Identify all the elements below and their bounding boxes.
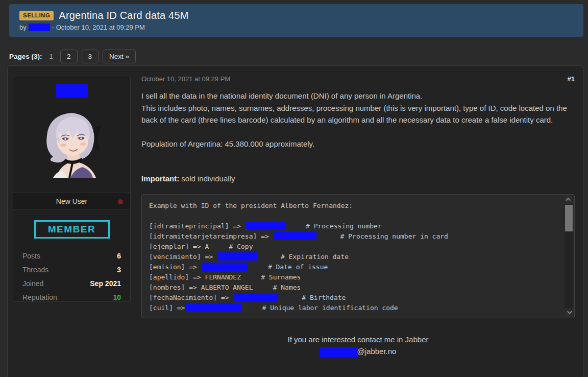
- redaction-box: [217, 252, 257, 261]
- important-text: sold individually: [179, 174, 235, 183]
- user-lower: MEMBER Posts6Threads3JoinedSep 2021Reput…: [13, 210, 130, 302]
- code-line: [idtramiteprincipal] => # Processing num…: [149, 221, 557, 231]
- population-line: Population of Argentina: 45.380.000 appr…: [141, 138, 575, 150]
- thread-header: SELLING Argentina ID Card data 45M by - …: [9, 4, 583, 37]
- post-container: New User MEMBER Posts6Threads3JoinedSep …: [7, 65, 583, 377]
- stat-row-posts: Posts6: [22, 252, 121, 260]
- byline-by-label: by: [19, 23, 27, 31]
- post-body: I sell all the data in the national iden…: [141, 90, 575, 185]
- code-block: Example with ID of the president Alberto…: [141, 194, 575, 318]
- code-line: [emision] => # Date of issue: [149, 262, 557, 272]
- post-line-2: This includes photo, names, surnames, ad…: [141, 104, 567, 125]
- redacted-username-box: [29, 23, 50, 31]
- redaction-box: [233, 293, 278, 301]
- contact-section: If you are interested contact me in Jabb…: [141, 334, 575, 357]
- code-line: [vencimiento] => # Expiration date: [149, 252, 557, 262]
- user-title-row: New User: [13, 193, 130, 209]
- current-page-indicator: 1: [50, 53, 54, 60]
- important-line: Important: sold individually: [141, 173, 575, 185]
- code-lines: Example with ID of the president Alberto…: [149, 201, 557, 313]
- redaction-box: [201, 263, 248, 271]
- contact-line-2: @jabber.no: [141, 345, 575, 357]
- stat-label: Posts: [22, 252, 40, 260]
- next-page-button[interactable]: Next »: [103, 50, 136, 63]
- user-stats: Posts6Threads3JoinedSep 2021Reputation10: [22, 252, 121, 301]
- code-line: [149, 211, 557, 221]
- stat-value: 3: [117, 266, 121, 274]
- scroll-up-button[interactable]: [565, 196, 573, 204]
- redaction-box: [273, 232, 316, 240]
- code-line: [ejemplar] => A # Copy: [149, 242, 557, 252]
- anime-avatar-image: [39, 110, 105, 178]
- post-line-1: I sell all the data in the national iden…: [141, 91, 422, 100]
- post-paragraph-1: I sell all the data in the national iden…: [141, 90, 575, 126]
- redaction-box: [245, 222, 286, 230]
- offline-status-dot: [118, 199, 123, 204]
- code-line: [apellido] => FERNANDEZ # Surnames: [149, 272, 557, 282]
- contact-line-1: If you are interested contact me in Jabb…: [141, 334, 575, 345]
- page-button-2[interactable]: 2: [60, 50, 78, 63]
- thread-byline: by - October 10, 2021 at 09:29 PM: [19, 23, 573, 31]
- post-main: October 10, 2021 at 09:29 PM #1 I sell a…: [141, 66, 582, 357]
- pagination: Pages (3): 1 23 Next »: [9, 49, 140, 63]
- stat-row-reputation: Reputation10: [22, 293, 121, 301]
- byline-date: - October 10, 2021 at 09:29 PM: [52, 23, 145, 31]
- stat-label: Joined: [22, 279, 43, 288]
- user-title: New User: [56, 197, 87, 205]
- code-line: Example with ID of the president Alberto…: [149, 201, 557, 211]
- stat-label: Threads: [22, 266, 48, 274]
- redaction-box: [185, 303, 242, 312]
- selling-badge: SELLING: [19, 11, 54, 21]
- page-buttons: 23: [60, 50, 103, 63]
- chevron-up-icon: [566, 198, 571, 203]
- redacted-jabber-handle-box: [320, 347, 357, 357]
- important-label: Important:: [141, 174, 179, 183]
- jabber-domain: @jabber.no: [357, 347, 397, 356]
- user-panel: New User MEMBER Posts6Threads3JoinedSep …: [13, 76, 131, 302]
- code-scrollbar[interactable]: [565, 196, 573, 317]
- stat-row-joined: JoinedSep 2021: [22, 279, 121, 288]
- code-line: [fechaNacimiento] => # Birthdate: [149, 293, 557, 303]
- stat-value: Sep 2021: [90, 279, 121, 288]
- code-line: [idtramitetarjetareimpresa] => # Process…: [149, 231, 557, 242]
- page-button-3[interactable]: 3: [82, 50, 99, 63]
- redacted-username-box: [56, 84, 88, 98]
- scroll-down-button[interactable]: [565, 309, 573, 317]
- stat-label: Reputation: [22, 293, 57, 301]
- pages-label: Pages (3):: [9, 53, 42, 60]
- stat-value: 6: [117, 252, 121, 260]
- code-line: [cuil] => # Unique labor identification …: [149, 303, 557, 313]
- chevron-down-icon: [567, 309, 572, 314]
- thread-title: Argentina ID Card data 45M: [59, 10, 188, 21]
- scrollbar-thumb[interactable]: [565, 205, 573, 231]
- stat-row-threads: Threads3: [22, 266, 121, 274]
- avatar: [39, 110, 105, 178]
- post-date: October 10, 2021 at 09:29 PM: [141, 75, 230, 83]
- code-line: [nombres] => ALBERTO ANGEL # Names: [149, 282, 557, 293]
- post-number[interactable]: #1: [568, 75, 575, 83]
- stat-value: 10: [113, 293, 121, 301]
- member-group-badge: MEMBER: [34, 220, 110, 239]
